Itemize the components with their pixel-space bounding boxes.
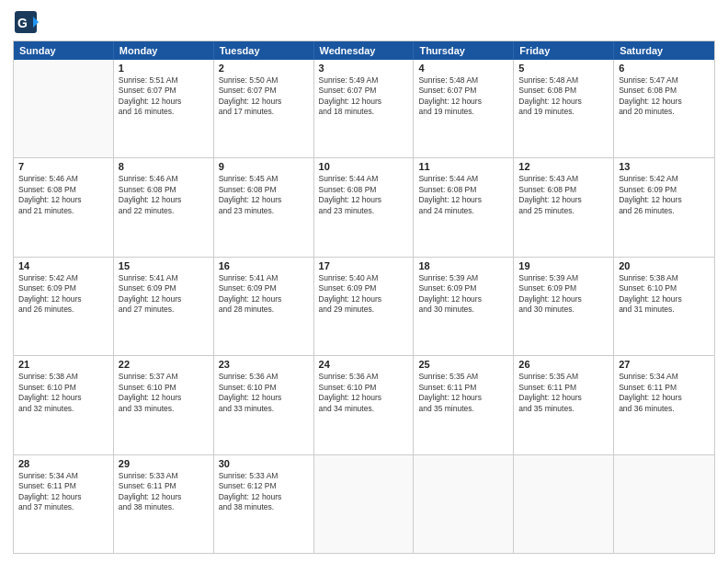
day-info: Sunrise: 5:43 AMSunset: 6:08 PMDaylight:… [518, 174, 609, 216]
day-info: Sunrise: 5:41 AMSunset: 6:09 PMDaylight:… [219, 273, 309, 316]
day-info: Sunrise: 5:33 AMSunset: 6:12 PMDaylight:… [219, 471, 309, 513]
calendar-day-cell: 21Sunrise: 5:38 AMSunset: 6:10 PMDayligh… [14, 356, 114, 454]
calendar-day-cell: 4Sunrise: 5:48 AMSunset: 6:07 PMDaylight… [414, 60, 514, 157]
day-number: 22 [119, 359, 209, 370]
day-number: 4 [418, 63, 508, 74]
header: G [13, 9, 715, 35]
day-number: 30 [219, 458, 309, 469]
calendar-day-cell: 24Sunrise: 5:36 AMSunset: 6:10 PMDayligh… [314, 356, 415, 454]
day-info: Sunrise: 5:49 AMSunset: 6:07 PMDaylight:… [319, 75, 409, 118]
day-number: 29 [119, 458, 209, 469]
day-number: 26 [518, 359, 609, 370]
calendar-day-cell: 27Sunrise: 5:34 AMSunset: 6:11 PMDayligh… [614, 356, 714, 454]
calendar-header: SundayMondayTuesdayWednesdayThursdayFrid… [14, 41, 714, 60]
day-number: 8 [119, 161, 209, 172]
calendar-header-cell: Tuesday [214, 41, 314, 60]
day-info: Sunrise: 5:34 AMSunset: 6:11 PMDaylight:… [619, 372, 710, 414]
page: G SundayMondayTuesdayWednesdayThursdayFr… [0, 0, 728, 563]
calendar-week-row: 28Sunrise: 5:34 AMSunset: 6:11 PMDayligh… [14, 454, 714, 553]
calendar-day-cell [314, 455, 415, 553]
calendar-day-cell: 2Sunrise: 5:50 AMSunset: 6:07 PMDaylight… [214, 60, 314, 157]
calendar-day-cell: 22Sunrise: 5:37 AMSunset: 6:10 PMDayligh… [114, 356, 214, 454]
day-number: 11 [418, 161, 508, 172]
day-info: Sunrise: 5:40 AMSunset: 6:09 PMDaylight:… [319, 273, 409, 316]
day-info: Sunrise: 5:35 AMSunset: 6:11 PMDaylight:… [518, 372, 609, 414]
calendar: SundayMondayTuesdayWednesdayThursdayFrid… [13, 40, 715, 554]
day-number: 19 [518, 260, 609, 271]
day-info: Sunrise: 5:47 AMSunset: 6:08 PMDaylight:… [619, 75, 710, 118]
day-number: 28 [18, 458, 108, 469]
day-info: Sunrise: 5:34 AMSunset: 6:11 PMDaylight:… [18, 471, 108, 513]
calendar-day-cell: 28Sunrise: 5:34 AMSunset: 6:11 PMDayligh… [14, 455, 114, 553]
logo: G [13, 9, 40, 35]
day-number: 18 [418, 260, 508, 271]
day-number: 1 [119, 63, 209, 74]
calendar-day-cell: 5Sunrise: 5:48 AMSunset: 6:08 PMDaylight… [514, 60, 614, 157]
day-info: Sunrise: 5:33 AMSunset: 6:11 PMDaylight:… [119, 471, 209, 513]
day-number: 6 [619, 63, 710, 74]
day-number: 2 [219, 63, 309, 74]
calendar-day-cell: 14Sunrise: 5:42 AMSunset: 6:09 PMDayligh… [14, 258, 114, 355]
calendar-day-cell: 10Sunrise: 5:44 AMSunset: 6:08 PMDayligh… [314, 158, 415, 256]
calendar-day-cell: 18Sunrise: 5:39 AMSunset: 6:09 PMDayligh… [414, 258, 514, 355]
calendar-header-cell: Monday [114, 41, 214, 60]
calendar-day-cell: 7Sunrise: 5:46 AMSunset: 6:08 PMDaylight… [14, 158, 114, 256]
calendar-day-cell: 15Sunrise: 5:41 AMSunset: 6:09 PMDayligh… [114, 258, 214, 355]
day-number: 13 [619, 161, 710, 172]
day-info: Sunrise: 5:39 AMSunset: 6:09 PMDaylight:… [518, 273, 609, 316]
day-number: 9 [219, 161, 309, 172]
day-number: 3 [319, 63, 409, 74]
day-number: 21 [18, 359, 108, 370]
day-number: 16 [219, 260, 309, 271]
day-info: Sunrise: 5:44 AMSunset: 6:08 PMDaylight:… [418, 174, 508, 216]
calendar-header-cell: Thursday [414, 41, 514, 60]
day-info: Sunrise: 5:35 AMSunset: 6:11 PMDaylight:… [418, 372, 508, 414]
day-info: Sunrise: 5:48 AMSunset: 6:08 PMDaylight:… [518, 75, 609, 118]
calendar-week-row: 14Sunrise: 5:42 AMSunset: 6:09 PMDayligh… [14, 257, 714, 355]
day-info: Sunrise: 5:48 AMSunset: 6:07 PMDaylight:… [418, 75, 508, 118]
calendar-day-cell: 9Sunrise: 5:45 AMSunset: 6:08 PMDaylight… [214, 158, 314, 256]
calendar-day-cell: 26Sunrise: 5:35 AMSunset: 6:11 PMDayligh… [514, 356, 614, 454]
day-info: Sunrise: 5:50 AMSunset: 6:07 PMDaylight:… [219, 75, 309, 118]
calendar-day-cell: 30Sunrise: 5:33 AMSunset: 6:12 PMDayligh… [214, 455, 314, 553]
day-info: Sunrise: 5:39 AMSunset: 6:09 PMDaylight:… [418, 273, 508, 316]
calendar-day-cell [514, 455, 614, 553]
day-number: 7 [18, 161, 108, 172]
calendar-day-cell: 12Sunrise: 5:43 AMSunset: 6:08 PMDayligh… [514, 158, 614, 256]
day-number: 15 [119, 260, 209, 271]
day-info: Sunrise: 5:51 AMSunset: 6:07 PMDaylight:… [119, 75, 209, 118]
day-number: 23 [219, 359, 309, 370]
calendar-day-cell [614, 455, 714, 553]
day-number: 25 [418, 359, 508, 370]
calendar-week-row: 1Sunrise: 5:51 AMSunset: 6:07 PMDaylight… [14, 60, 714, 157]
svg-text:G: G [17, 16, 28, 30]
day-info: Sunrise: 5:45 AMSunset: 6:08 PMDaylight:… [219, 174, 309, 216]
day-info: Sunrise: 5:36 AMSunset: 6:10 PMDaylight:… [319, 372, 409, 414]
calendar-body: 1Sunrise: 5:51 AMSunset: 6:07 PMDaylight… [14, 60, 714, 553]
calendar-header-cell: Saturday [614, 41, 714, 60]
day-info: Sunrise: 5:38 AMSunset: 6:10 PMDaylight:… [18, 372, 108, 414]
day-info: Sunrise: 5:42 AMSunset: 6:09 PMDaylight:… [619, 174, 710, 216]
calendar-day-cell: 19Sunrise: 5:39 AMSunset: 6:09 PMDayligh… [514, 258, 614, 355]
day-number: 10 [319, 161, 409, 172]
day-info: Sunrise: 5:38 AMSunset: 6:10 PMDaylight:… [619, 273, 710, 316]
calendar-header-cell: Sunday [14, 41, 114, 60]
day-number: 27 [619, 359, 710, 370]
calendar-header-cell: Wednesday [314, 41, 415, 60]
day-info: Sunrise: 5:46 AMSunset: 6:08 PMDaylight:… [18, 174, 108, 216]
day-number: 14 [18, 260, 108, 271]
calendar-day-cell: 16Sunrise: 5:41 AMSunset: 6:09 PMDayligh… [214, 258, 314, 355]
calendar-day-cell [14, 60, 114, 157]
calendar-day-cell: 3Sunrise: 5:49 AMSunset: 6:07 PMDaylight… [314, 60, 415, 157]
day-info: Sunrise: 5:46 AMSunset: 6:08 PMDaylight:… [119, 174, 209, 216]
day-info: Sunrise: 5:42 AMSunset: 6:09 PMDaylight:… [18, 273, 108, 316]
calendar-header-cell: Friday [514, 41, 614, 60]
calendar-week-row: 21Sunrise: 5:38 AMSunset: 6:10 PMDayligh… [14, 355, 714, 454]
calendar-day-cell: 29Sunrise: 5:33 AMSunset: 6:11 PMDayligh… [114, 455, 214, 553]
day-info: Sunrise: 5:41 AMSunset: 6:09 PMDaylight:… [119, 273, 209, 316]
calendar-day-cell: 25Sunrise: 5:35 AMSunset: 6:11 PMDayligh… [414, 356, 514, 454]
day-number: 17 [319, 260, 409, 271]
day-number: 24 [319, 359, 409, 370]
day-number: 12 [518, 161, 609, 172]
calendar-day-cell: 13Sunrise: 5:42 AMSunset: 6:09 PMDayligh… [614, 158, 714, 256]
